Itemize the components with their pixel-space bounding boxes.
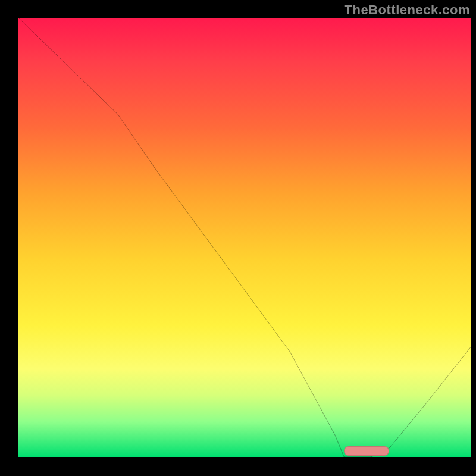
chart-container: TheBottleneck.com [0, 0, 476, 476]
plot-area [18, 18, 471, 457]
optimal-range-marker [344, 446, 389, 456]
watermark-text: TheBottleneck.com [345, 2, 470, 18]
plot-axes [15, 18, 471, 461]
curve-path [18, 18, 471, 457]
bottleneck-curve [18, 18, 471, 457]
